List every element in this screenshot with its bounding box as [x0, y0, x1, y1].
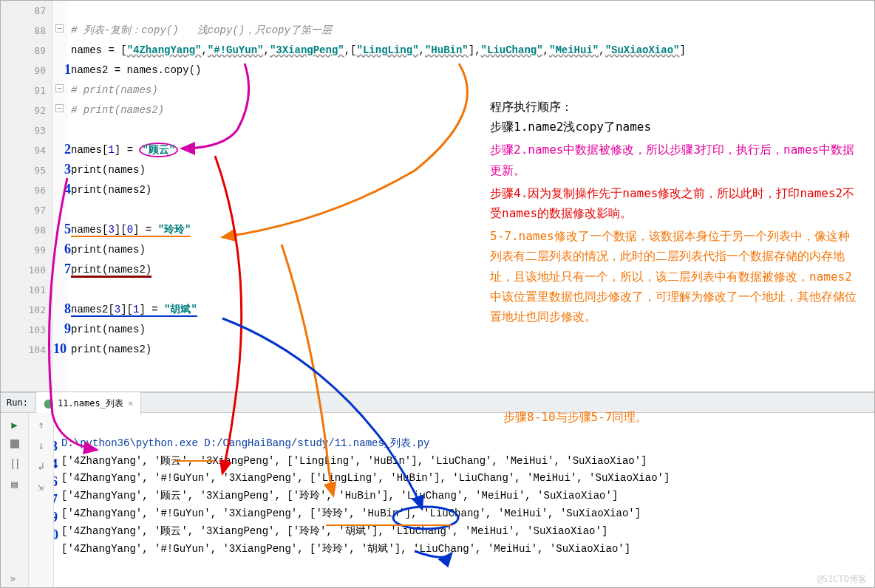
code-editor[interactable]: 878889 909192 939495 969798 99100101 102… — [1, 1, 874, 392]
down-arrow-icon[interactable]: ↓ — [38, 440, 44, 451]
watermark: @51CTO博客 — [817, 573, 867, 586]
run-header: Run: ⬤ 11.names_列表 × — [1, 392, 874, 413]
comment: # print(names2) — [71, 104, 164, 116]
layout-icon[interactable]: ▤ — [11, 478, 17, 490]
output-line: ['4ZhangYang', '顾云', '3XiangPeng', ['玲玲'… — [61, 490, 618, 502]
code-line: print(names) — [71, 324, 146, 335]
output-line: ['4ZhangYang', '#!GuYun', '3XiangPeng', … — [61, 507, 641, 519]
fold-mark-icon[interactable]: − — [55, 24, 64, 33]
run-tab[interactable]: ⬤ 11.names_列表 × — [35, 391, 141, 415]
code-line: print(names) — [71, 244, 146, 256]
output-line: ['4ZhangYang', '顾云', '3XiangPeng', ['Lin… — [61, 455, 647, 467]
up-arrow-icon[interactable]: ↑ — [38, 419, 44, 431]
fold-mark-icon[interactable]: − — [55, 104, 64, 112]
run-toolbar-nav: ↑ ↓ ↲ ⇲ — [29, 413, 54, 588]
wrap-icon[interactable]: ↲ — [38, 460, 44, 472]
expand-icon[interactable]: » — [10, 572, 16, 584]
run-panel: ▶ || ▤ ↑ ↓ ↲ ⇲ D:\python36\python.exe D:… — [1, 413, 874, 588]
step-marker: 3 — [56, 162, 71, 177]
line-gutter: 878889 909192 939495 969798 99100101 102… — [1, 1, 52, 392]
run-toolbar-left: ▶ || ▤ — [1, 413, 29, 588]
step-marker: 4 — [56, 182, 71, 197]
stop-icon[interactable] — [10, 440, 19, 448]
step-marker: 9 — [56, 321, 71, 337]
code-line: names2 = names.copy() — [71, 64, 201, 76]
python-icon: ⬤ — [44, 393, 53, 414]
step-marker: 2 — [56, 142, 71, 157]
step-marker: 5 — [56, 222, 71, 237]
step-marker: 8 — [56, 301, 71, 317]
exec-path: D:\python36\python.exe D:/CangHaiBang/st… — [61, 437, 429, 449]
annotation-notes: 程序执行顺序： 步骤1.name2浅copy了names 步骤2.names中数… — [490, 97, 859, 327]
output-line: ['4ZhangYang', '#!GuYun', '3XiangPeng', … — [61, 472, 670, 484]
run-icon[interactable]: ▶ — [11, 419, 17, 431]
code-line: print(names2) — [71, 343, 151, 355]
comment: # 列表-复制：copy() 浅copy()，只copy了第一层 — [71, 24, 332, 36]
output-step-marker: 10 — [54, 524, 58, 547]
step-marker: 6 — [56, 242, 71, 257]
step-marker: 7 — [56, 261, 71, 277]
code-line: print(names2) — [71, 264, 151, 278]
run-label: Run: — [7, 392, 28, 413]
code-line: print(names) — [71, 164, 146, 176]
code-line: print(names2) — [71, 184, 151, 196]
fold-mark-icon[interactable]: − — [55, 84, 64, 92]
comment: # print(names) — [71, 84, 158, 96]
output-line: ['4ZhangYang', '顾云', '3XiangPeng', ['玲玲'… — [61, 525, 607, 537]
step-marker: 1 — [56, 62, 71, 78]
step-marker: 10 — [52, 341, 67, 357]
pause-icon[interactable]: || — [10, 457, 19, 469]
output-line: ['4ZhangYang', '#!GuYun', '3XiangPeng', … — [61, 543, 630, 555]
console-output[interactable]: D:\python36\python.exe D:/CangHaiBang/st… — [54, 413, 874, 588]
export-icon[interactable]: ⇲ — [38, 481, 44, 493]
close-icon[interactable]: × — [128, 393, 133, 414]
